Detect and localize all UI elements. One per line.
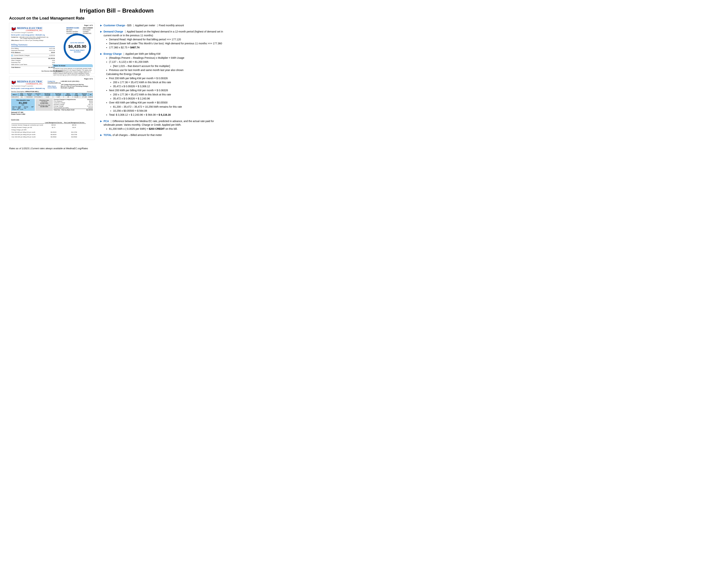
bill-page-1: Page 1 of 2 MEDINA ELECTRIC COOPERATIVE,… [9,23,95,73]
this-month-use: This Month's Use 81,200 kWh Daily Avg Us… [11,99,35,111]
list-item: First 200 kWh per billing KW per month =… [109,76,224,88]
demand-line: Demand 177.360 [11,111,93,113]
meter-cell: 7,137 [53,96,64,98]
dc-result: $487.74 [130,46,139,49]
rate-cell: $0.09326 [45,131,64,133]
meter-col-header: Services From [25,93,34,96]
bs-value: 6,435.90 [49,55,55,56]
chg-label: Prior Balance [54,100,62,102]
rate-table: Load Management ServiceNon-Load Manageme… [11,121,86,138]
tmu-value: 81,200 [12,101,34,104]
tmu-range: Range: 960 - 4,240 [12,109,34,110]
dc-label: Demand Charge [104,30,123,33]
company-name: MEDINA ELECTRIC [17,80,43,83]
rate-cell: $35.00 [45,124,64,126]
rate-cell: $0.12780 [64,131,86,133]
rate-cell: First 200 kWh per billing KW per month [11,131,44,133]
bs-label: State and/or Local Taxes [11,64,27,65]
previous-use: Previous Use Last Month 61,680 kWh This … [36,99,53,111]
member-num-label: Member Number: [66,31,83,32]
news-to-know-header: News To Know [53,64,93,67]
list-item: Demand (lower left under This Month's Us… [109,42,224,45]
list-item: Next 200 kWh per billing KW per month = … [109,88,224,100]
rate-cell: Next 200 kWh per billing KW per month [11,133,44,135]
contact-247: 24/7 Outage Reporting and Bill Pay [20,38,40,39]
office-hours-label: Office Hours: [48,85,60,87]
page-title: Irrigation Bill – Breakdown [9,7,224,14]
meter-col-header: Readings Previous [42,93,53,96]
list-item: 200 x 177.36 = 35,472 kWh in this block … [113,93,224,96]
rate-cell [45,129,64,131]
list-item: Demand Read: High demand for that billin… [109,38,224,41]
bill-date-label: Bill Date: [66,29,83,31]
rate-cell: Over 400 kWh per billing KW per month [11,136,44,138]
pu-ly: 20,480 kWh [37,106,52,107]
acct-label: Account: [87,91,93,92]
meter-col-header: HP [89,93,93,96]
meter-col-header: Readings Present [53,93,64,96]
charges-amt-header: Amount [87,99,93,100]
bs-value: 4,871.98 [49,48,55,49]
list-item: Previous use for last month and same mon… [109,68,224,72]
contact-label: Contact Us: [48,80,60,82]
tmu-unit: kWh [12,104,34,106]
explain-customer-charge: Customer Charge - $35 |Applied per meter… [100,24,224,27]
autopay-circle: AUTO PAY AMOUNT $6,435.90 PAID BY BANK D… [64,34,91,61]
meter-table: Meter #Rate CodeServices FromServices To… [11,93,93,98]
rate-cell: $2.75 [45,126,64,128]
contact-247: 24/7 Outage Reporting and Bill Pay [61,84,84,85]
current-rates-url: MedinaEC.org/Rates [61,87,74,89]
bs-label: Current Balance [11,58,22,59]
explain-energy-charge: Energy Charge |Applied per kWh per billi… [100,52,224,117]
explain-demand-charge: Demand Charge |Applied based on the high… [100,30,224,49]
meter-cell: 200.0 [89,96,93,98]
chg-label: PCA (-0.0025 per kWh) [54,107,69,108]
office-hours-label: Office Hours: [11,40,19,41]
list-item: 81,200 kWh x (-0.0025 per kWh) = $203 CR… [109,127,224,131]
meter-cell: 07/21/2022 [34,96,42,98]
rate-cell: $0.05500 [45,136,64,138]
contact-label: Contact Us: [11,36,18,38]
bs-label: Prior Billing [11,48,18,49]
service-desc-label: Service Description: [11,91,25,92]
bs-value: $6,435.90 [48,58,55,59]
texas-logo-icon [11,27,16,31]
member-num: 1234567 [83,31,89,32]
pu-header: Previous Use [37,99,52,101]
tmu-daily: 2,619 kWh [18,106,23,109]
bill-date: 07/27/2022 [83,29,91,31]
rate-cell [64,129,86,131]
texas-logo-icon [11,80,16,85]
ec-desc: Applied per kWh per billing KW [125,52,160,55]
pca-desc: Difference between the Medina EC rate, p… [104,120,214,126]
chg-label: Total Due - Paid by Bank Draft [54,109,74,111]
cc-label: Customer Charge [104,24,125,27]
bs-value: 0.00 [52,60,55,61]
member-name: JOE FARMER [83,27,93,29]
rate-cell: Customer Service Charge per connection p… [11,124,44,126]
bs-value: $0.00 [51,52,55,53]
list-item: (Readings Present – Readings Previous) x… [109,56,224,60]
rate-cell: $3.25 [64,126,86,128]
ec-calc-header: Calculating the Energy Charge [106,72,224,76]
list-item: 35,472 x $ 0.09326 = $ 3,308.12 [113,84,224,88]
bs-label: Total Balance [11,67,20,68]
chg-val: 487.74 [88,104,93,105]
chg-label: Demand Charge [54,104,64,105]
touchstone-tagline: Your Touchstone Energy® Cooperative [11,32,65,33]
meter-cell: 80 [63,96,73,98]
list-item: (7,137 – 6,122) x 80 = 81,200 kWh [Not 1… [109,60,224,68]
autopay-date: 08/14/2022 [74,51,81,53]
list-item: Total: $ 3,308.12 + $ 2,243.96 + $ 564.0… [109,113,224,117]
bs-label: Prior Balance [11,52,21,53]
company-sub: COOPERATIVE, INC. [17,83,43,85]
list-item: [Not 1,015 – that doesn't account for th… [113,64,224,68]
tmu-avghigh-label: Average High [24,106,31,109]
tmu-header: This Month's Use [12,99,34,101]
meter-col-header: Meter # [11,93,19,96]
autopay-method: PAID BY BANK DRAFT [70,49,85,51]
meter-col-header: Demand Read [80,93,89,96]
meter-cell: 06/20/2022 [25,96,34,98]
bs-label: Payments Received [11,50,24,51]
list-item: 200 x 177.36 = 35,472 kWh in this block … [113,80,224,84]
